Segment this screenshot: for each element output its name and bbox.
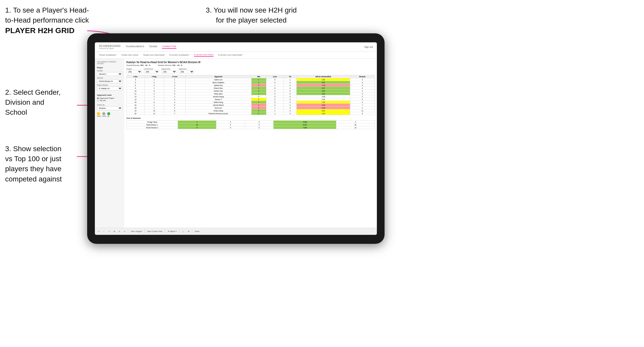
td-reg: 2 xyxy=(144,81,164,84)
sidebar-division-select[interactable]: NCAA Division III xyxy=(97,79,122,83)
nav-sign-out[interactable]: Sign out xyxy=(364,46,373,48)
td-loss: 0 xyxy=(266,92,284,95)
td-rounds: 2 xyxy=(350,95,375,98)
sidebar-radio-opponents[interactable]: Opponents Played xyxy=(97,97,122,99)
td-diff: -3.00 xyxy=(297,95,350,98)
td-conf: 3 xyxy=(164,90,185,92)
td-reg: 1 xyxy=(144,104,164,107)
filter-row: Region (All) Conference (All) Opponents: xyxy=(126,68,375,73)
sidebar: Last Updated: 27/03/202416:55:38 Player … xyxy=(95,59,124,228)
toolbar-refresh[interactable]: ↺ xyxy=(118,230,121,233)
toolbar-square[interactable]: ⬜ xyxy=(181,230,185,233)
toolbar-divider4 xyxy=(179,230,179,233)
filter-region-select[interactable]: (All) xyxy=(126,70,142,73)
colour-legend: Down Level Up xyxy=(97,112,122,117)
sub-nav-team-summary[interactable]: TEAM SUMMARY xyxy=(99,54,117,56)
td-tie: 0 xyxy=(284,104,297,107)
nav-teams[interactable]: TEAMS xyxy=(149,45,157,49)
filter-group-opponent-label: Opponent (All) xyxy=(179,68,194,73)
td-tie: 1 xyxy=(284,78,297,81)
filter-opp-name-select[interactable]: (All) xyxy=(179,70,194,73)
nav-logo: SCOREBOARD Powered by clippd xyxy=(99,44,120,49)
td-out-tie: 0 xyxy=(245,126,274,129)
td-win: 1 xyxy=(251,104,266,107)
toolbar-bottom: ↩ ← ↪ ⊞ ↺ ⊙ View: Original Save Custom V… xyxy=(95,228,377,235)
nav-items: TOURNAMENTS TEAMS COMMITTEE xyxy=(126,45,364,49)
td-loss: 2 xyxy=(266,98,284,101)
sub-nav-player-h2h-grid[interactable]: PLAYER H2H GRID xyxy=(194,54,214,57)
toolbar-save-view[interactable]: Save Custom View xyxy=(146,230,163,233)
toolbar-back[interactable]: ← xyxy=(102,230,106,233)
td-out-tie: 0 xyxy=(245,121,274,123)
tablet-screen: SCOREBOARD Powered by clippd TOURNAMENTS… xyxy=(95,42,377,235)
sidebar-radio-group: Opponents Played Top 100 xyxy=(97,97,122,101)
nav-tournaments[interactable]: TOURNAMENTS xyxy=(126,45,144,49)
filter-opponent-select[interactable]: (All) xyxy=(161,70,177,73)
td-loss: 0 xyxy=(266,101,284,104)
td-opponent: Federica Domecq Lacroze xyxy=(185,112,251,115)
sidebar-timestamp: Last Updated: 27/03/202416:55:38 xyxy=(97,61,122,64)
td-rounds: 3 xyxy=(350,92,375,95)
sub-nav-player-h2h-heatmap[interactable]: PLAYER H2H HEATMAP xyxy=(218,54,243,56)
th-win: Win xyxy=(251,75,266,78)
tablet-frame: SCOREBOARD Powered by clippd TOURNAMENTS… xyxy=(87,33,385,244)
toolbar-view-original[interactable]: View: Original xyxy=(130,230,143,233)
sidebar-opponent-view-label: Opponent view xyxy=(97,94,122,96)
toolbar-undo[interactable]: ↩ xyxy=(97,230,100,233)
td-loss: 1 xyxy=(266,109,284,112)
toolbar-grid2[interactable]: ⊞ xyxy=(187,230,190,233)
toolbar-watch[interactable]: 👁 Watch ▾ xyxy=(167,230,177,233)
td-rounds: 2 xyxy=(350,107,375,109)
td-loss: 0 xyxy=(266,81,284,84)
toolbar-circle[interactable]: ⊙ xyxy=(123,230,126,233)
toolbar-divider5 xyxy=(192,230,192,233)
td-reg: 7 xyxy=(144,98,164,101)
td-opponent: Heeju Hyun xyxy=(185,92,251,95)
sub-nav: TEAM SUMMARY TEAM H2H GRID TEAM H2H HEAT… xyxy=(95,52,377,59)
th-diff: Diff Av Strokes/Rnd xyxy=(297,75,350,78)
td-tie: 0 xyxy=(284,95,297,98)
td-div: 14 xyxy=(127,98,145,101)
sidebar-radio-top100[interactable]: Top 100 xyxy=(97,100,122,101)
sidebar-radio-dot-opponents xyxy=(97,97,99,99)
td-conf: 5 xyxy=(164,104,185,107)
sidebar-player-rank-select[interactable]: 8. Katelyn Vo xyxy=(97,86,122,90)
td-opponent: Alexis Sudjianto xyxy=(185,81,251,84)
td-div: 18 xyxy=(127,107,145,109)
sub-nav-team-h2h-grid[interactable]: TEAM H2H GRID xyxy=(121,54,138,56)
td-loss: 1 xyxy=(266,112,284,115)
td-win: 1 xyxy=(251,87,266,90)
td-rounds: 6 xyxy=(350,112,375,115)
grid-area: Katelyn Vo Head-to-Head Grid for Women's… xyxy=(124,59,377,228)
td-reg: 1 xyxy=(144,87,164,90)
td-div: 13 xyxy=(127,95,145,98)
td-tie: 0 xyxy=(284,101,297,104)
td-reg: 8 xyxy=(144,101,164,104)
nav-committee[interactable]: COMMITTEE xyxy=(162,45,177,49)
td-conf: 5 xyxy=(164,92,185,95)
sub-nav-team-h2h-heatmap[interactable]: TEAM H2H HEATMAP xyxy=(143,54,165,56)
filter-conference-select[interactable]: (All) xyxy=(144,70,159,73)
colour-box-level xyxy=(102,112,105,115)
td-tie: 0 xyxy=(284,107,297,109)
sidebar-gender-select[interactable]: Women's xyxy=(97,72,122,76)
td-rounds: 3 xyxy=(350,84,375,87)
toolbar-grid[interactable]: ⊞ xyxy=(113,230,116,233)
td-conf: 7 xyxy=(164,112,185,115)
td-rounds: 3 xyxy=(350,81,375,84)
td-win: 2 xyxy=(251,112,266,115)
td-out-win: 5 xyxy=(178,126,216,129)
td-tie: 0 xyxy=(284,90,297,92)
filter-region-label: Region xyxy=(126,68,142,70)
td-conf: 3 xyxy=(164,84,185,87)
td-loss: 0 xyxy=(266,95,284,98)
toolbar-share[interactable]: Share xyxy=(194,230,201,233)
sidebar-division-label: Division xyxy=(97,77,122,79)
sub-nav-player-summary[interactable]: PLAYER SUMMARY xyxy=(169,54,189,56)
sidebar-colour-by-select[interactable]: Win/loss xyxy=(97,106,122,110)
td-out-rounds: 2 xyxy=(336,121,375,123)
td-div: 11 xyxy=(127,92,145,95)
td-div: 20 xyxy=(127,112,145,115)
toolbar-redo[interactable]: ↪ xyxy=(107,230,111,233)
td-out-label: Foreign Team xyxy=(127,121,178,123)
